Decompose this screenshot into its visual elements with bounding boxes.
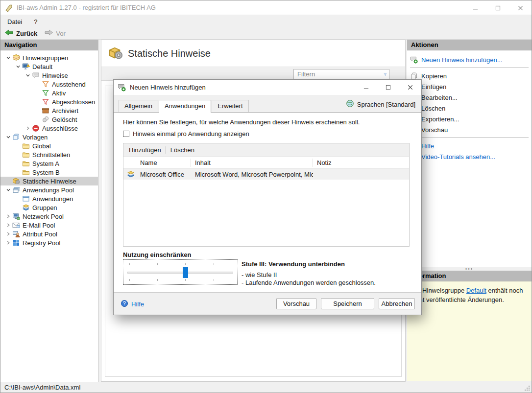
app-logo-icon [5, 3, 13, 12]
dialog-close-button[interactable] [399, 80, 421, 95]
action-kopieren[interactable]: Kopieren [407, 70, 532, 81]
restriction-level-detail: - Laufende Anwendungen werden geschlosse… [242, 279, 376, 286]
forward-button[interactable]: Vor [44, 29, 66, 38]
column-header-name[interactable]: Name [136, 159, 191, 167]
back-button[interactable]: Zurück [4, 29, 37, 38]
chevron-down-icon[interactable] [4, 186, 12, 194]
preview-button[interactable]: Vorschau [276, 298, 316, 309]
chevron-right-icon[interactable] [4, 230, 12, 238]
dialog-titlebar: Neuen Hinweis hinzufügen [114, 80, 421, 95]
separator [410, 138, 529, 138]
filter-funnel-icon[interactable] [384, 70, 387, 78]
tree-item-global[interactable]: Global [0, 141, 98, 150]
delete-application-button[interactable]: Löschen [170, 146, 194, 154]
tree-item-hinweise[interactable]: Hinweise [0, 71, 98, 80]
resize-grip[interactable] [524, 385, 531, 392]
tree-item-attribut-pool[interactable]: Attribut Pool [0, 230, 98, 238]
close-button[interactable] [509, 0, 532, 15]
tree-item-hinweisgruppen[interactable]: Hinweisgruppen [0, 53, 98, 62]
static-hints-gear-icon [108, 46, 123, 61]
copy-icon [410, 72, 418, 80]
tree-item-ausschluesse[interactable]: Ausschlüsse [0, 124, 98, 133]
folder-icon [22, 160, 30, 167]
dialog-minimize-button[interactable] [355, 80, 377, 95]
restriction-level-title: Stufe III: Verwendung unterbinden [242, 260, 345, 268]
restriction-level-detail: - wie Stufe II [242, 271, 277, 278]
tree-item-aktiv[interactable]: Aktiv [0, 89, 98, 97]
menu-datei[interactable]: Datei [2, 17, 27, 27]
add-hint-dialog: Neuen Hinweis hinzufügen Allgemein Anwen… [113, 79, 422, 315]
add-application-button[interactable]: Hinzufügen [129, 146, 161, 154]
action-exportieren[interactable]: Exportieren... [407, 114, 532, 124]
help-circle-icon [121, 300, 128, 309]
action-add-hint[interactable]: Neuen Hinweis hinzufügen... [407, 54, 532, 65]
action-hilfe[interactable]: Hilfe [407, 140, 532, 151]
information-text: Die Hinweisgruppe Default enthält noch n… [407, 281, 532, 381]
languages-button[interactable]: Sprachen [Standard] [346, 99, 415, 109]
slider-thumb[interactable] [183, 267, 188, 278]
chevron-right-icon[interactable] [4, 239, 12, 247]
static-hints-gear-icon [12, 177, 20, 185]
chevron-right-icon[interactable] [4, 212, 12, 220]
funnel-red-icon [42, 98, 49, 106]
column-header-inhalt[interactable]: Inhalt [191, 159, 313, 167]
action-einfuegen[interactable]: Einfügen [407, 81, 532, 92]
action-vorschau[interactable]: Vorschau [407, 124, 532, 135]
action-loeschen[interactable]: Löschen [407, 103, 532, 114]
list-toolbar [101, 67, 405, 81]
tab-anwendungen[interactable]: Anwendungen [159, 100, 211, 113]
tree-item-email-pool[interactable]: E-Mail Pool [0, 221, 98, 230]
panel-splitter-handle[interactable]: ••• [407, 267, 532, 271]
minimize-button[interactable] [464, 0, 486, 15]
tree-item-statische-hinweise[interactable]: Statische Hinweise [0, 177, 98, 185]
tree-item-abgeschlossen[interactable]: Abgeschlossen [0, 97, 98, 106]
archive-box-icon [42, 107, 49, 115]
cancel-button[interactable]: Abbrechen [379, 298, 415, 309]
tab-erweitert[interactable]: Erweitert [212, 100, 248, 112]
restriction-slider[interactable] [123, 259, 238, 285]
menu-help[interactable]: ? [29, 17, 42, 27]
column-header-notiz[interactable]: Notiz [313, 159, 409, 167]
tab-allgemein[interactable]: Allgemein [119, 100, 158, 112]
tree-item-default[interactable]: Default [0, 62, 98, 71]
once-per-app-option[interactable]: Hinweis einmal pro Anwendung anzeigen [123, 130, 249, 138]
chevron-right-icon[interactable] [24, 124, 32, 132]
checkbox-unchecked[interactable] [123, 131, 129, 137]
tree-item-ausstehend[interactable]: Ausstehend [0, 80, 98, 89]
tree-item-geloescht[interactable]: Gelöscht [0, 115, 98, 124]
folder-icon [22, 168, 30, 176]
folder-icon [22, 142, 30, 150]
tree-item-vorlagen[interactable]: Vorlagen [0, 133, 98, 141]
tree-item-registry-pool[interactable]: Registry Pool [0, 238, 98, 247]
tree-item-anwendungs-pool[interactable]: Anwendungs Pool [0, 185, 98, 194]
back-arrow-icon [4, 29, 14, 38]
chevron-right-icon[interactable] [4, 221, 12, 229]
maximize-button[interactable] [486, 0, 509, 15]
applications-groupbox: Hinzufügen Löschen Name Inhalt Notiz Mic… [123, 143, 410, 247]
dialog-help-link[interactable]: Hilfe [121, 300, 144, 309]
save-button[interactable]: Speichern [321, 298, 374, 309]
tree-item-system-b[interactable]: System B [0, 168, 98, 177]
chevron-down-icon[interactable] [14, 63, 22, 70]
chevron-down-icon[interactable] [4, 133, 12, 141]
tree-item-archiviert[interactable]: Archiviert [0, 106, 98, 115]
separator [410, 68, 529, 68]
tree-item-gruppen[interactable]: Gruppen [0, 203, 98, 212]
tree-item-anwendungen[interactable]: Anwendungen [0, 194, 98, 203]
default-group-link[interactable]: Default [466, 287, 486, 294]
tree-item-system-a[interactable]: System A [0, 159, 98, 168]
monitor-warning-icon [22, 63, 30, 70]
action-bearbeiten[interactable]: Bearbeiten... [407, 92, 532, 103]
filter-input[interactable] [294, 70, 384, 78]
navigation-tree: Hinweisgruppen Default Hinweise Ausstehe… [0, 50, 98, 247]
dialog-maximize-button[interactable] [377, 80, 399, 95]
chevron-down-icon[interactable] [24, 71, 32, 79]
folder-icon [22, 151, 30, 159]
navigation-toolbar: Zurück Vor [0, 27, 532, 40]
slider-track[interactable] [127, 272, 233, 274]
tree-item-netzwerk-pool[interactable]: Netzwerk Pool [0, 212, 98, 221]
action-video-tutorials[interactable]: Video-Tutorials ansehen... [407, 151, 532, 162]
tree-item-schnittstellen[interactable]: Schnittstellen [0, 150, 98, 159]
chevron-down-icon[interactable] [4, 54, 12, 62]
table-row-microsoft-office[interactable]: Microsoft Office Microsoft Word, Microso… [123, 169, 409, 180]
